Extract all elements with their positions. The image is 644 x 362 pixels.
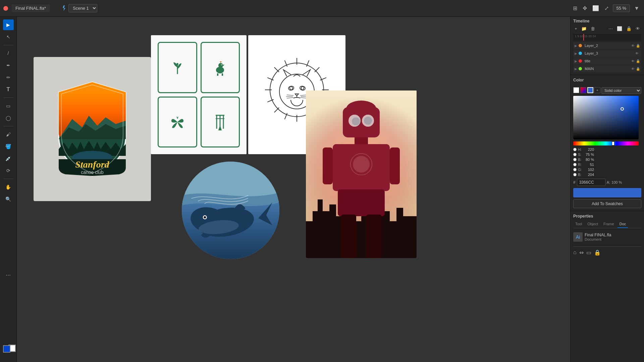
add-to-swatches-button[interactable]: Add To Swatches (573, 199, 641, 208)
prop-icon-home[interactable]: ⌂ (573, 249, 577, 256)
color-gradient-box[interactable] (573, 96, 639, 139)
hue-cursor[interactable] (612, 141, 614, 145)
blue-radio[interactable] (573, 173, 577, 176)
delete-layer-btn[interactable]: 🗑 (589, 25, 596, 32)
layer-row[interactable]: ▶ Layer_3 👁 (573, 50, 641, 57)
prop-icon-frame[interactable]: ▭ (586, 249, 591, 256)
tab-tool[interactable]: Tool (573, 221, 584, 228)
rectangle-tool[interactable]: ▭ (3, 101, 14, 111)
svg-line-8 (177, 117, 178, 119)
tl-lock-btn[interactable]: 🔒 (625, 25, 633, 32)
tab-frame[interactable]: Frame (601, 221, 616, 228)
resize-icon[interactable]: ⬜ (591, 4, 600, 13)
close-button[interactable] (3, 6, 8, 11)
stanford-badge-artwork[interactable] (34, 57, 151, 201)
layer-expand-icon[interactable]: ▶ (575, 52, 577, 55)
main-lock-icon[interactable]: 🔒 (636, 67, 640, 71)
hand-tool[interactable]: ✋ (3, 182, 14, 192)
current-color-btn[interactable] (587, 87, 593, 93)
hex-input[interactable] (577, 179, 605, 186)
more-tools[interactable]: ··· (3, 269, 14, 280)
canvas-area[interactable] (17, 17, 570, 362)
whale-canvas (181, 161, 280, 260)
eyedropper-color-btn[interactable]: + (594, 87, 600, 93)
color-picker-cursor[interactable] (621, 107, 624, 111)
snap-icon[interactable]: ⤢ (603, 4, 610, 13)
bucket-tool[interactable]: 🪣 (3, 141, 14, 152)
blue-row: B: 204 (573, 173, 641, 177)
layer-expand-icon[interactable]: ▶ (575, 67, 577, 71)
green-label: G: (578, 168, 583, 172)
alpha-row: A: 100 % (607, 180, 622, 184)
solid-swatch-btn[interactable] (573, 87, 579, 93)
prop-icon-lock[interactable]: 🔒 (594, 249, 601, 256)
prop-icon-resize[interactable]: ⇔ (579, 249, 584, 256)
layer-expand-icon[interactable]: ▶ (575, 44, 577, 48)
zoom-tool[interactable]: 🔍 (3, 194, 14, 204)
color-preview-bar (573, 188, 641, 197)
layer-expand-icon[interactable]: ▶ (575, 59, 577, 63)
add-layer-btn[interactable]: + (573, 25, 579, 32)
pencil-tool[interactable]: ✏ (3, 72, 14, 83)
butterfly-icon-cell (158, 97, 197, 148)
subselect-tool[interactable]: ↖ (3, 32, 14, 42)
tab-doc[interactable]: Doc (618, 221, 628, 228)
green-radio[interactable] (573, 168, 577, 171)
layer3-vis-btn[interactable]: 👁 (635, 52, 639, 55)
playhead[interactable] (583, 34, 584, 41)
svg-point-2 (218, 63, 223, 68)
scene-dropdown[interactable]: Scene 1 (68, 4, 97, 12)
tl-icon1[interactable]: ⋯ (607, 25, 614, 32)
tl-icon2[interactable]: ⬜ (615, 25, 624, 32)
title-vis-btn[interactable]: 👁 (631, 59, 635, 63)
red-value: 51 (584, 163, 594, 167)
pen-tool[interactable]: ✒ (3, 60, 14, 71)
doc-info: Ai Final FINAL.fla Document (573, 231, 641, 243)
foreground-swatch[interactable] (3, 345, 10, 353)
hue-radio[interactable] (573, 148, 577, 151)
red-radio[interactable] (573, 163, 577, 166)
saturation-radio[interactable] (573, 153, 577, 156)
doc-filename: Final FINAL.fla (585, 233, 611, 237)
transform-tool[interactable]: ⟳ (3, 165, 14, 176)
hue-value: 220 (584, 147, 594, 152)
doc-type: Document (585, 237, 611, 241)
title-layer-color-dot (579, 59, 582, 63)
eyedropper-tool[interactable]: 💉 (3, 153, 14, 164)
brightness-label: B: (578, 158, 583, 162)
text-tool[interactable]: T (3, 84, 14, 95)
timeline-ruler: 1 5 10 15 20 24 (573, 34, 641, 41)
tab-title[interactable]: Final FINAL.fla* (11, 4, 50, 12)
brush-tool[interactable]: 🖌 (3, 129, 14, 140)
tab-object[interactable]: Object (585, 221, 600, 228)
title-layer-name: title (585, 59, 630, 63)
select-tool[interactable]: ▶ (3, 19, 14, 30)
layer2-lock-icon[interactable]: 🔒 (636, 44, 640, 48)
svg-point-6 (221, 64, 222, 65)
zoom-display[interactable]: 55 % (613, 4, 630, 12)
brightness-radio[interactable] (573, 158, 577, 161)
folder-btn[interactable]: 📁 (580, 25, 588, 32)
properties-tabs: Tool Object Frame Doc (573, 221, 641, 228)
layer2-vis-btn[interactable]: 👁 (631, 44, 635, 48)
zoom-dropdown-icon[interactable]: ▼ (633, 4, 641, 13)
layer-row[interactable]: ▶ Layer_2 👁 🔒 (573, 42, 641, 49)
hex-label: # (573, 180, 576, 185)
garden-icons-artwork[interactable] (151, 35, 247, 154)
layer-row[interactable]: ▶ MAIN 👁 🔒 (573, 65, 641, 72)
line-tool[interactable]: / (3, 48, 14, 59)
main-vis-btn[interactable]: 👁 (631, 67, 635, 71)
whale-artwork[interactable] (181, 161, 280, 260)
tl-visibility-btn[interactable]: 👁 (634, 25, 641, 32)
color-type-select[interactable]: Solid color Linear gradient Radial gradi… (601, 87, 641, 94)
grid-icon[interactable]: ⊞ (572, 4, 579, 13)
title-lock-icon[interactable]: 🔒 (636, 59, 640, 63)
oval-tool[interactable]: ◯ (3, 113, 14, 123)
move-icon[interactable]: ✥ (581, 4, 588, 13)
stanford-badge-canvas (45, 72, 139, 186)
layer2-name: Layer_2 (585, 44, 630, 48)
hue-bar[interactable] (573, 141, 639, 145)
robot-artwork[interactable] (306, 90, 417, 258)
layer-row[interactable]: ▶ title 👁 🔒 (573, 57, 641, 65)
gradient-swatch-btn[interactable] (580, 87, 586, 93)
